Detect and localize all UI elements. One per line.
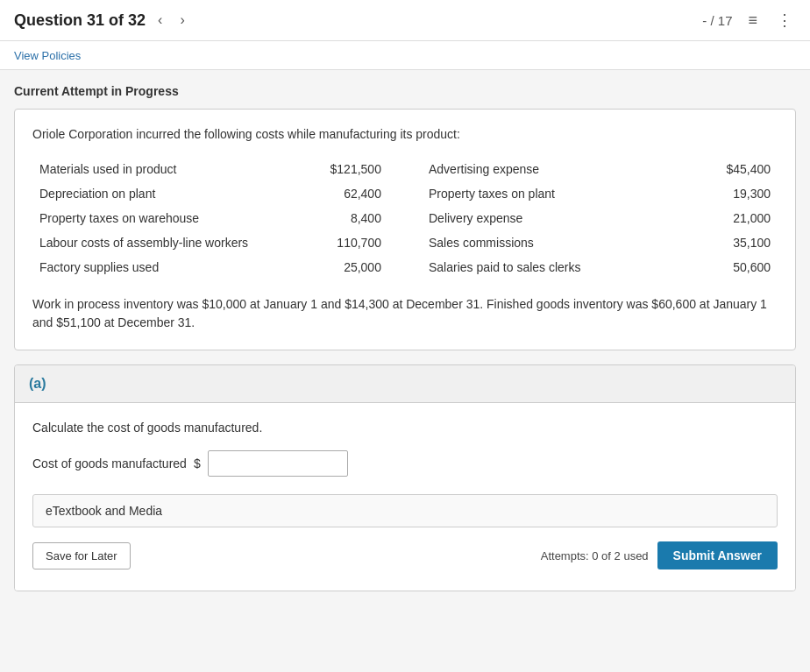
cost-input-row: Cost of goods manufactured $ [32, 450, 778, 477]
more-icon-button[interactable]: ⋮ [773, 9, 796, 32]
cost-goods-input[interactable] [208, 450, 348, 477]
cost-value-left-2: 62,400 [277, 181, 388, 206]
calc-instruction: Calculate the cost of goods manufactured… [32, 421, 778, 435]
view-policies-link[interactable]: View Policies [14, 49, 81, 62]
cost-label-right-1: Advertising expense [422, 157, 666, 181]
cost-value-left-5: 25,000 [277, 255, 388, 279]
table-row: Factory supplies used 25,000 Salaries pa… [32, 255, 778, 279]
etextbook-bar[interactable]: eTextbook and Media [32, 494, 778, 527]
part-a-body: Calculate the cost of goods manufactured… [15, 403, 795, 591]
header-right: - / 17 ≡ ⋮ [702, 9, 796, 32]
footer-row: Save for Later Attempts: 0 of 2 used Sub… [32, 538, 778, 573]
question-box: Oriole Corporation incurred the followin… [14, 109, 796, 350]
save-later-button[interactable]: Save for Later [32, 542, 131, 569]
subheader: View Policies [0, 41, 810, 70]
list-icon-button[interactable]: ≡ [744, 10, 761, 32]
cost-value-right-4: 35,100 [666, 230, 778, 255]
cost-label-right-5: Salaries paid to sales clerks [422, 255, 666, 279]
table-row: Property taxes on warehouse 8,400 Delive… [32, 206, 778, 230]
cost-label-left-4: Labour costs of assembly-line workers [32, 230, 277, 255]
prev-button[interactable]: ‹ [153, 11, 167, 30]
attempts-text: Attempts: 0 of 2 used [541, 549, 649, 562]
cost-label-right-3: Delivery expense [422, 206, 666, 230]
main-content: Current Attempt in Progress Oriole Corpo… [0, 70, 810, 605]
header-left: Question 31 of 32 ‹ › [14, 11, 190, 30]
cost-value-left-1: $121,500 [277, 157, 388, 181]
cost-label-left-5: Factory supplies used [32, 255, 277, 279]
cost-value-right-3: 21,000 [666, 206, 778, 230]
cost-value-right-2: 19,300 [666, 181, 778, 206]
part-a-header: (a) [15, 365, 795, 403]
cost-label-left-3: Property taxes on warehouse [32, 206, 277, 230]
cost-label-left-1: Materials used in product [32, 157, 277, 181]
question-title: Question 31 of 32 [14, 11, 146, 30]
cost-goods-label: Cost of goods manufactured [32, 456, 187, 470]
submit-answer-button[interactable]: Submit Answer [657, 541, 778, 569]
cost-label-right-4: Sales commissions [422, 230, 666, 255]
next-button[interactable]: › [174, 11, 189, 30]
table-row: Depreciation on plant 62,400 Property ta… [32, 181, 778, 206]
current-attempt-label: Current Attempt in Progress [14, 84, 796, 98]
cost-label-left-2: Depreciation on plant [32, 181, 277, 206]
question-intro: Oriole Corporation incurred the followin… [32, 127, 778, 141]
cost-table: Materials used in product $121,500 Adver… [32, 157, 778, 279]
part-a-label: (a) [29, 376, 46, 391]
table-row: Labour costs of assembly-line workers 11… [32, 230, 778, 255]
dollar-sign: $ [194, 456, 201, 470]
table-row: Materials used in product $121,500 Adver… [32, 157, 778, 181]
attempts-area: Attempts: 0 of 2 used Submit Answer [541, 541, 778, 569]
cost-value-left-3: 8,400 [277, 206, 388, 230]
cost-value-right-5: 50,600 [666, 255, 778, 279]
cost-label-right-2: Property taxes on plant [422, 181, 666, 206]
score-display: - / 17 [702, 13, 732, 28]
work-in-progress-text: Work in process inventory was $10,000 at… [32, 295, 778, 332]
part-a-section: (a) Calculate the cost of goods manufact… [14, 364, 796, 591]
cost-value-left-4: 110,700 [277, 230, 388, 255]
cost-value-right-1: $45,400 [666, 157, 778, 181]
header: Question 31 of 32 ‹ › - / 17 ≡ ⋮ [0, 0, 810, 41]
